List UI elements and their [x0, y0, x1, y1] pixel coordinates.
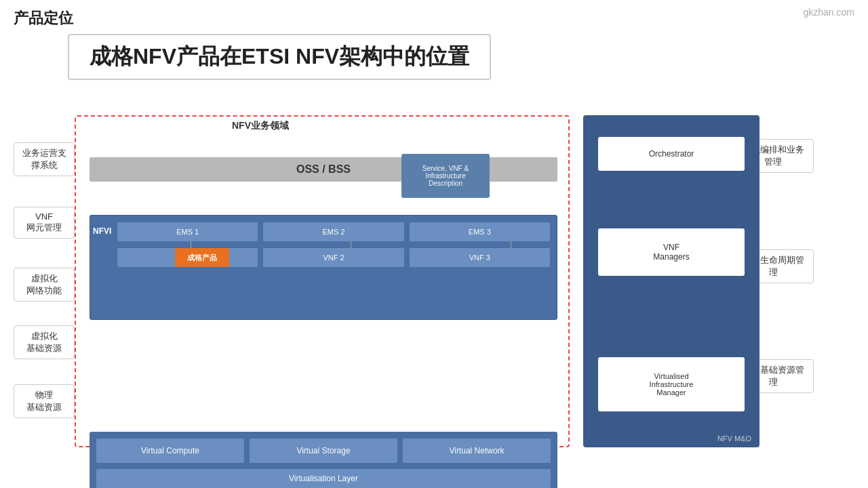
vnf-box-2: VNF 2	[263, 248, 403, 267]
orchestrator-box: Orchestrator	[598, 137, 745, 171]
sidebar-label-hw-base: 物理 基础资源	[14, 384, 75, 418]
sidebar-label-virt-net: 虚拟化 网络功能	[14, 268, 75, 302]
service-desc-box: Service, VNF & Infrastructure Descriptio…	[401, 154, 490, 198]
ems-box-2: EMS 2	[263, 222, 403, 241]
virt-layer: Virtualisation Layer	[96, 469, 551, 488]
vnf-section: EMS 1 EMS 2 EMS 3 VNF 1 VNF 2 VNF 3 成格产品	[90, 215, 557, 320]
vim-box: Virtualised Infrastructure Manager	[598, 357, 745, 411]
dot-line-1	[191, 241, 191, 248]
dot-line-3	[511, 241, 511, 248]
virtual-compute-box: Virtual Compute	[96, 439, 244, 463]
nfv-mo-label: NFV M&O	[717, 434, 751, 443]
page-title: 产品定位	[14, 8, 73, 28]
diagram-area: NFV业务领域 OSS / BSS Service, VNF & Infrast…	[75, 115, 854, 468]
ems-row: EMS 1 EMS 2 EMS 3	[117, 222, 550, 241]
ems-box-3: EMS 3	[410, 222, 550, 241]
main-title-box: 成格NFV产品在ETSI NFV架构中的位置	[68, 34, 491, 80]
sidebar-label-vnf-mgmt: VNF 网元管理	[14, 207, 75, 239]
nfv-business-domain: NFV业务领域 OSS / BSS Service, VNF & Infrast…	[75, 115, 570, 447]
vnf-managers-box: VNF Managers	[598, 228, 745, 276]
nfv-business-title: NFV业务领域	[232, 120, 289, 132]
watermark: gkzhan.com	[804, 7, 854, 18]
ems-box-1: EMS 1	[117, 222, 258, 241]
dot-line-2	[351, 241, 351, 248]
vnf-product-box: 成格产品	[175, 248, 229, 267]
nfv-management-domain: NFV管理 编排领域 Orchestrator VNF Managers Vir…	[583, 115, 760, 447]
virtual-network-box: Virtual Network	[403, 439, 551, 463]
nfvi-label: NFVI	[93, 226, 111, 236]
nfvi-section: Virtual Compute Virtual Storage Virtual …	[90, 432, 557, 488]
sidebar-label-virt-base: 虚拟化 基础资源	[14, 325, 75, 359]
sidebar-label-bss: 业务运营支撑系统	[14, 142, 75, 176]
virtual-row: Virtual Compute Virtual Storage Virtual …	[96, 439, 551, 463]
virtual-storage-box: Virtual Storage	[250, 439, 397, 463]
vnf-box-3: VNF 3	[410, 248, 550, 267]
